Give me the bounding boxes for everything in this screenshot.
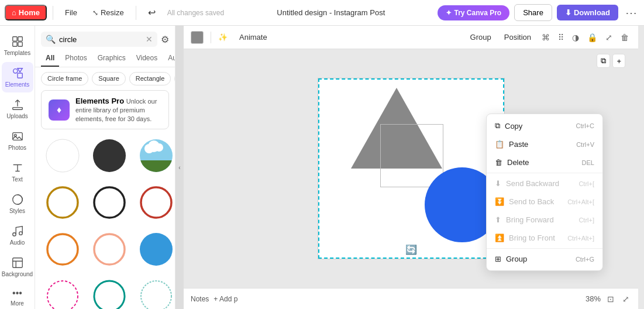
ctx-group[interactable]: ⊞ Group Ctrl+G: [487, 250, 602, 268]
circle-item-teal-outline[interactable]: [88, 274, 131, 309]
circle-item-dark-filled[interactable]: [88, 134, 131, 177]
group-button[interactable]: Group: [466, 30, 496, 44]
text-icon: [11, 162, 24, 174]
right-scrollbar[interactable]: [638, 26, 644, 309]
download-button[interactable]: ⬇ Download: [557, 5, 618, 20]
tab-audio[interactable]: Audio: [163, 50, 175, 67]
sidebar-item-audio[interactable]: Audio: [2, 220, 33, 250]
search-icon: 🔍: [46, 35, 56, 44]
pro-banner-icon: ♦: [49, 99, 70, 121]
pattern-button[interactable]: ⠿: [556, 30, 566, 44]
search-panel: 🔍 ✕ ⚙ All Photos Graphics Videos Audio C…: [35, 26, 175, 309]
tab-photos[interactable]: Photos: [60, 50, 91, 67]
circle-item-dark-outline[interactable]: [88, 181, 131, 224]
circle-item-landscape[interactable]: [135, 134, 175, 177]
chip-circle-frame[interactable]: Circle frame: [41, 72, 88, 85]
copy-style-button[interactable]: ⌘: [539, 30, 552, 44]
sidebar-icons: Templates Elements Uploads Photos Text S…: [0, 26, 35, 309]
chip-rectangle[interactable]: Rectangle: [129, 72, 171, 85]
canvas-bg[interactable]: 🔄: [318, 78, 505, 259]
position-button[interactable]: Position: [500, 30, 536, 44]
topbar-right: ✦ Try Canva Pro Share ⬇ Download ⋯: [438, 4, 639, 22]
add-page-button[interactable]: + Add p: [213, 295, 237, 303]
divider-2: [136, 6, 136, 20]
search-input[interactable]: [59, 35, 142, 44]
ctx-bring-forward[interactable]: ⬆ Bring Forward Ctrl+]: [487, 211, 602, 229]
ctx-bring-to-front[interactable]: ⏫ Bring to Front Ctrl+Alt+]: [487, 229, 602, 247]
resize-icon: ⤡: [92, 9, 98, 17]
fit-screen-button[interactable]: ⊡: [605, 293, 616, 305]
ctx-send-to-back[interactable]: ⏬ Send to Back Ctrl+Alt+[: [487, 193, 602, 211]
sidebar-item-text[interactable]: Text: [2, 157, 33, 187]
sidebar-item-styles[interactable]: Styles: [2, 188, 33, 219]
grid-icon: [11, 35, 24, 48]
circle-item-pink-outline[interactable]: [41, 274, 84, 309]
ctx-paste[interactable]: 📋 Paste Ctrl+V: [487, 135, 602, 153]
notes-button[interactable]: Notes: [191, 295, 209, 303]
undo-button[interactable]: ↩: [142, 5, 161, 20]
pro-banner[interactable]: ♦ Elements Pro Unlock our entire library…: [41, 90, 169, 129]
tab-videos[interactable]: Videos: [132, 50, 162, 67]
fullscreen-button[interactable]: ⤢: [621, 293, 631, 305]
circle-item-peach-outline[interactable]: [88, 228, 131, 271]
copy-icon: ⧉: [495, 121, 500, 131]
circles-grid: [35, 134, 175, 309]
bring-forward-icon: ⬆: [495, 215, 501, 224]
home-icon: ⌂: [12, 8, 16, 17]
lock-button[interactable]: 🔒: [585, 30, 600, 44]
bring-to-front-shortcut: Ctrl+Alt+]: [567, 235, 594, 242]
svg-rect-3: [18, 42, 22, 46]
clear-icon[interactable]: ✕: [146, 35, 153, 44]
circle-item-blue-filled[interactable]: [135, 228, 175, 271]
circle-item-gold-outline[interactable]: [41, 181, 84, 224]
flip-button[interactable]: ⤢: [603, 30, 615, 44]
tab-graphics[interactable]: Graphics: [93, 50, 130, 67]
canvapro-button[interactable]: ✦ Try Canva Pro: [438, 5, 509, 20]
home-button[interactable]: ⌂ Home: [5, 5, 47, 20]
sidebar-item-elements[interactable]: Elements: [2, 62, 33, 92]
transparency-button[interactable]: ◑: [570, 30, 581, 44]
page-copy-icon[interactable]: ⧉: [597, 54, 610, 68]
circle-item-orange-outline[interactable]: [41, 228, 84, 271]
styles-icon: [11, 193, 24, 206]
sidebar-item-templates[interactable]: Templates: [2, 30, 33, 61]
toolbar-right-icons: Group Position ⌘ ⠿ ◑ 🔒 ⤢ 🗑: [466, 30, 631, 44]
resize-button[interactable]: ⤡ Resize: [87, 6, 130, 19]
circle-item-white-filled[interactable]: [41, 134, 84, 177]
file-button[interactable]: File: [59, 6, 83, 19]
canvas-area: ✨ Animate Group Position ⌘ ⠿ ◑ 🔒 ⤢ 🗑 ⧉ +: [184, 26, 638, 309]
refresh-icon[interactable]: 🔄: [405, 244, 417, 255]
filter-button[interactable]: ⚙: [161, 34, 169, 45]
chip-triangle[interactable]: Trian▶: [174, 72, 175, 85]
sidebar-item-uploads[interactable]: Uploads: [2, 94, 33, 124]
more-options-button[interactable]: ⋯: [623, 4, 639, 22]
rect-shape[interactable]: [380, 124, 443, 187]
tab-all[interactable]: All: [41, 50, 59, 67]
search-tabs: All Photos Graphics Videos Audio: [35, 50, 175, 67]
chip-square[interactable]: Square: [92, 72, 125, 85]
svg-point-15: [93, 139, 126, 172]
svg-rect-7: [12, 108, 22, 110]
svg-point-12: [19, 232, 22, 235]
delete-button[interactable]: 🗑: [618, 30, 631, 44]
svg-point-30: [141, 281, 171, 309]
group-shortcut: Ctrl+G: [576, 256, 594, 263]
share-button[interactable]: Share: [514, 4, 552, 21]
page-add-icon[interactable]: +: [612, 54, 625, 68]
ctx-copy[interactable]: ⧉ Copy Ctrl+C: [487, 116, 602, 135]
sidebar-item-more[interactable]: ••• More: [2, 283, 33, 309]
canvas-scroll[interactable]: ⧉ + 🔄 ⧉ Copy: [184, 49, 638, 288]
animate-button[interactable]: Animate: [235, 30, 272, 44]
ctx-delete[interactable]: 🗑 Delete DEL: [487, 153, 602, 171]
ctx-send-backward[interactable]: ⬇ Send Backward Ctrl+[: [487, 174, 602, 193]
sidebar-item-background[interactable]: Background: [2, 252, 33, 282]
sidebar-item-photos[interactable]: Photos: [2, 125, 33, 156]
svg-rect-0: [12, 37, 16, 41]
svg-point-14: [46, 139, 79, 172]
panel-collapse-button[interactable]: ‹: [175, 26, 184, 309]
circle-item-red-outline[interactable]: [135, 181, 175, 224]
color-swatch[interactable]: [191, 31, 204, 44]
circle-item-mint-dotted[interactable]: [135, 274, 175, 309]
page-nav-icons: ⧉ +: [597, 54, 625, 68]
pro-banner-text: Elements Pro Unlock our entire library o…: [75, 97, 161, 123]
